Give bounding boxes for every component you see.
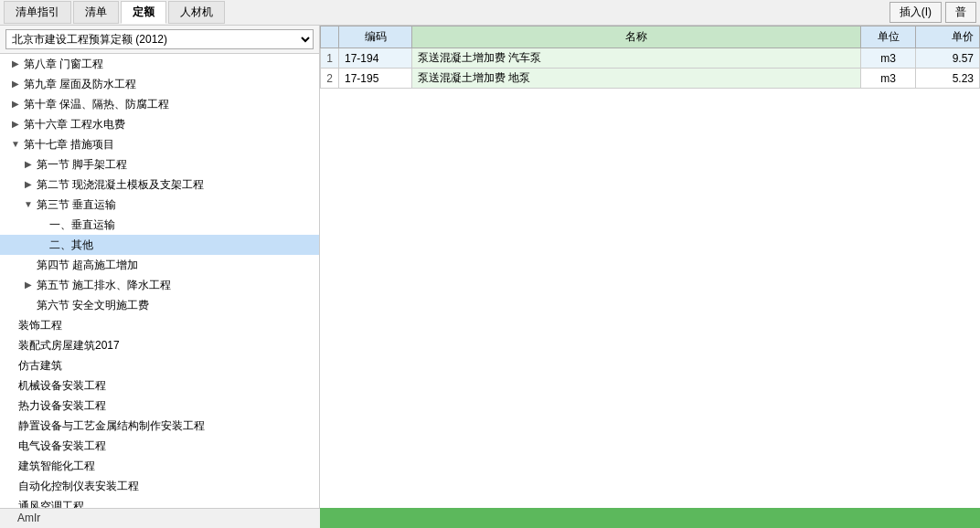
tree-item-label: 第五节 施工排水、降水工程 — [35, 277, 171, 293]
tree-arrow-icon: ▼ — [9, 136, 22, 153]
tab-qingdan-zhiyin[interactable]: 清单指引 — [4, 1, 71, 24]
tree-item[interactable]: ▼第三节 垂直运输 — [0, 195, 319, 215]
tree-item-label: 第十章 保温、隔热、防腐工程 — [22, 96, 169, 112]
tree-item[interactable]: 仿古建筑 — [0, 355, 319, 375]
tree-arrow-icon: ▼ — [22, 196, 35, 213]
tree-arrow-icon: ▶ — [9, 96, 22, 112]
status-bar: AmIr — [0, 508, 320, 528]
tree-item-label: 第二节 现浇混凝土模板及支架工程 — [35, 176, 204, 193]
tree-item[interactable]: ▶第十六章 工程水电费 — [0, 114, 319, 134]
tree-item[interactable]: ▼第十七章 措施项目 — [0, 134, 319, 154]
tree-arrow-icon: ▶ — [9, 56, 22, 72]
row-unit: m3 — [861, 48, 916, 69]
tree-arrow-icon: ▶ — [22, 156, 35, 173]
tree-item-label: 装配式房屋建筑2017 — [16, 337, 120, 354]
row-num: 2 — [321, 69, 339, 89]
row-name: 泵送混凝土增加费 地泵 — [412, 69, 861, 89]
tree-item[interactable]: 二、其他 — [0, 235, 319, 255]
tree-item[interactable]: 一、垂直运输 — [0, 215, 319, 235]
tree-item-label: 热力设备安装工程 — [16, 397, 106, 414]
row-code: 17-195 — [339, 69, 412, 89]
tree-item-label: 仿古建筑 — [16, 357, 62, 374]
bottom-bar — [320, 508, 980, 528]
table-container: 编码 名称 单位 单价 117-194泵送混凝土增加费 汽车泵m39.57217… — [320, 26, 980, 528]
col-unit-header: 单位 — [861, 26, 916, 48]
more-button[interactable]: 普 — [945, 2, 976, 23]
tree-item-label: 装饰工程 — [16, 317, 62, 333]
tree-item[interactable]: ▶第九章 屋面及防水工程 — [0, 74, 319, 94]
row-name: 泵送混凝土增加费 汽车泵 — [412, 48, 861, 69]
col-num-header — [321, 26, 339, 48]
tree-item[interactable]: ▶第一节 脚手架工程 — [0, 154, 319, 174]
tree-item[interactable]: 热力设备安装工程 — [0, 396, 319, 416]
tree-item[interactable]: 电气设备安装工程 — [0, 436, 319, 456]
tree-item[interactable]: 静置设备与工艺金属结构制作安装工程 — [0, 416, 319, 436]
row-price: 5.23 — [916, 69, 980, 89]
data-table: 编码 名称 单位 单价 117-194泵送混凝土增加费 汽车泵m39.57217… — [320, 26, 980, 89]
tree-item-label: 静置设备与工艺金属结构制作安装工程 — [16, 417, 205, 434]
tree-item[interactable]: 第六节 安全文明施工费 — [0, 295, 319, 315]
tree-item-label: 电气设备安装工程 — [16, 438, 106, 454]
tree-item-label: 自动化控制仪表安装工程 — [16, 478, 139, 494]
col-name-header: 名称 — [412, 26, 861, 48]
tree: ▶第八章 门窗工程▶第九章 屋面及防水工程▶第十章 保温、隔热、防腐工程▶第十六… — [0, 54, 319, 509]
col-code-header: 编码 — [339, 26, 412, 48]
library-dropdown[interactable]: 北京市建设工程预算定额 (2012) — [5, 29, 314, 49]
insert-button[interactable]: 插入(I) — [889, 2, 942, 23]
right-panel: 编码 名称 单位 单价 117-194泵送混凝土增加费 汽车泵m39.57217… — [320, 26, 980, 528]
tree-arrow-icon: ▶ — [22, 176, 35, 193]
tree-arrow-icon: ▶ — [9, 116, 22, 132]
tree-item[interactable]: ▶第二节 现浇混凝土模板及支架工程 — [0, 174, 319, 195]
table-row[interactable]: 217-195泵送混凝土增加费 地泵m35.23 — [321, 69, 980, 89]
tree-item[interactable]: ▶第十章 保温、隔热、防腐工程 — [0, 94, 319, 114]
library-selector[interactable]: 北京市建设工程预算定额 (2012) — [0, 26, 319, 54]
tree-arrow-icon: ▶ — [9, 76, 22, 92]
tree-item-label: 第三节 垂直运输 — [35, 196, 116, 213]
tree-item-label: 机械设备安装工程 — [16, 377, 106, 394]
tree-arrow-icon: ▶ — [22, 277, 35, 293]
tree-item-label: 二、其他 — [48, 237, 93, 253]
row-price: 9.57 — [916, 48, 980, 69]
toolbar: 清单指引 清单 定额 人材机 插入(I) 普 — [0, 0, 980, 26]
row-unit: m3 — [861, 69, 916, 89]
row-num: 1 — [321, 48, 339, 69]
tab-qingdan[interactable]: 清单 — [73, 1, 119, 24]
tree-item[interactable]: 第四节 超高施工增加 — [0, 255, 319, 275]
tab-rencaiji[interactable]: 人材机 — [168, 1, 225, 24]
tree-item[interactable]: 机械设备安装工程 — [0, 375, 319, 396]
tree-item-label: 第四节 超高施工增加 — [35, 257, 138, 273]
tree-item[interactable]: ▶第五节 施工排水、降水工程 — [0, 275, 319, 295]
tree-item[interactable]: ▶第八章 门窗工程 — [0, 54, 319, 74]
left-panel: 北京市建设工程预算定额 (2012) ▶第八章 门窗工程▶第九章 屋面及防水工程… — [0, 26, 320, 528]
tree-item-label: 第九章 屋面及防水工程 — [22, 76, 136, 92]
tree-item[interactable]: 装饰工程 — [0, 315, 319, 335]
tree-item-label: 一、垂直运输 — [48, 216, 115, 233]
table-row[interactable]: 117-194泵送混凝土增加费 汽车泵m39.57 — [321, 48, 980, 69]
tree-item[interactable]: 通风空调工程 — [0, 496, 319, 509]
tree-item-label: 第六节 安全文明施工费 — [35, 297, 149, 313]
tree-item-label: 第一节 脚手架工程 — [35, 156, 127, 173]
col-price-header: 单价 — [916, 26, 980, 48]
table-body: 117-194泵送混凝土增加费 汽车泵m39.57217-195泵送混凝土增加费… — [321, 48, 980, 89]
tree-container[interactable]: ▶第八章 门窗工程▶第九章 屋面及防水工程▶第十章 保温、隔热、防腐工程▶第十六… — [0, 54, 319, 509]
tree-item-label: 第八章 门窗工程 — [22, 56, 103, 72]
row-code: 17-194 — [339, 48, 412, 69]
tree-item[interactable]: 建筑智能化工程 — [0, 456, 319, 476]
user-label: AmIr — [17, 512, 40, 524]
tree-item[interactable]: 自动化控制仪表安装工程 — [0, 476, 319, 496]
tree-item-label: 第十六章 工程水电费 — [22, 116, 125, 132]
tree-item-label: 第十七章 措施项目 — [22, 136, 114, 153]
tab-dinge[interactable]: 定额 — [121, 1, 166, 24]
tree-item-label: 建筑智能化工程 — [16, 458, 95, 474]
tree-item[interactable]: 装配式房屋建筑2017 — [0, 335, 319, 355]
